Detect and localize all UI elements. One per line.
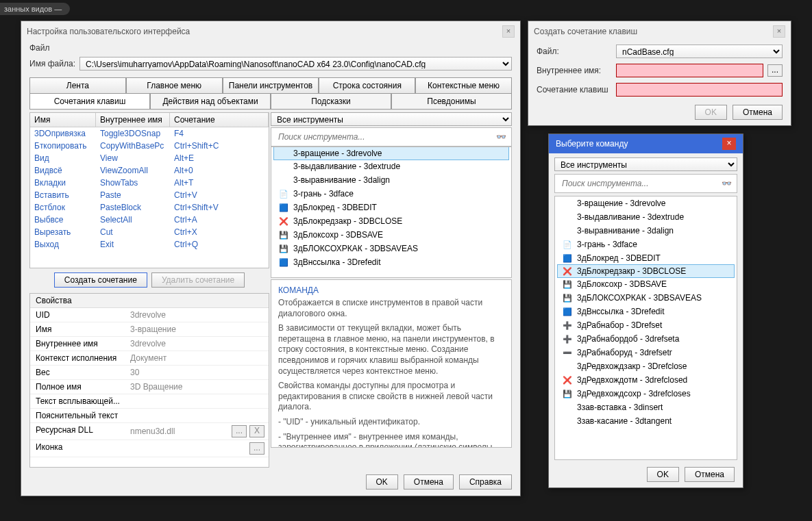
create-shortcut-button[interactable]: Создать сочетание (54, 272, 147, 288)
command-item[interactable]: ➕3дРабнабордоб - 3drefseta (555, 332, 737, 346)
cancel-button[interactable]: Отмена (404, 474, 454, 490)
col-internal[interactable]: Внутреннее имя (96, 113, 170, 127)
clear-button[interactable]: X (249, 425, 264, 437)
command-icon (562, 212, 573, 223)
property-row[interactable]: Вес30 (30, 366, 269, 380)
desc-text: В зависимости от текущей вкладки, может … (278, 323, 504, 377)
command-item[interactable]: 📄3-грань - 3dface (555, 238, 737, 251)
command-item[interactable]: 🟦3дБлокред - 3DBEDIT (555, 251, 737, 265)
command-item[interactable]: 3зав-вставка - 3dinsert (555, 401, 737, 414)
tool-item[interactable]: 🟦3дБлокред - 3DBEDIT (271, 201, 511, 214)
command-item[interactable]: ➖3дРабнаборуд - 3drefsetr (555, 346, 737, 359)
command-icon: ❌ (562, 266, 573, 277)
tab-main[interactable]: Строка состояния (319, 77, 415, 94)
search-icon[interactable]: 👓 (722, 179, 733, 188)
close-icon[interactable]: × (502, 25, 515, 38)
shortcut-row[interactable]: ВстблокPasteBlockCtrl+Shift+V (30, 201, 269, 214)
shortcut-row[interactable]: ВидViewAlt+E (30, 152, 269, 164)
file-select[interactable]: nCadBase.cfg (616, 45, 783, 58)
command-item[interactable]: 🟦3дВнссылка - 3Drefedit (555, 305, 737, 318)
property-row[interactable]: Внутреннее имя3drevolve (30, 337, 269, 351)
command-item[interactable]: 💾3дБлоксохр - 3DBSAVE (555, 277, 737, 291)
internal-name-input[interactable] (616, 64, 763, 77)
search-icon[interactable]: 👓 (496, 132, 507, 142)
command-item[interactable]: 3зав-касание - 3dtangent (555, 414, 737, 428)
property-row[interactable]: Контекст исполненияДокумент (30, 351, 269, 366)
close-icon[interactable]: × (773, 25, 785, 38)
tabs-sub: Сочетания клавишДействия над объектамиПо… (29, 94, 512, 110)
shortcut-row[interactable]: ВкладкиShowTabsAlt+T (30, 177, 269, 189)
tool-item[interactable]: 🟦3дВнссылка - 3Drefedit (271, 255, 511, 269)
tool-list[interactable]: 3-вращение - 3drevolve3-выдавливание - 3… (271, 147, 512, 278)
property-row[interactable]: Ресурсная DLLnmenu3d.dll...X (30, 423, 269, 440)
help-button[interactable]: Справка (459, 474, 512, 490)
cancel-button[interactable]: Отмена (733, 105, 783, 120)
command-search[interactable]: 👓 (554, 174, 737, 193)
shortcut-row[interactable]: 3DОпривязкаToggle3DOSnapF4 (30, 127, 269, 140)
description-panel: КОМАНДА Отображается в списке инструмент… (271, 279, 512, 448)
tab-sub[interactable]: Сочетания клавиш (29, 94, 150, 110)
file-select[interactable]: C:\Users\imuharryamov\AppData\Roaming\Na… (79, 57, 512, 71)
title-text: Выберите команду (556, 139, 628, 149)
tool-search-input[interactable] (275, 130, 492, 144)
tool-item[interactable]: 💾3дБЛОКСОХРКАК - 3DBSAVEAS (271, 242, 511, 255)
select-command-dialog: Выберите команду × Все инструменты 👓 3-в… (548, 134, 743, 488)
tab-main[interactable]: Главное меню (126, 77, 223, 94)
shortcut-row[interactable]: БткопироватьCopyWithBasePcCtrl+Shift+C (30, 140, 269, 152)
tool-search[interactable]: 👓 (271, 127, 512, 147)
command-icon (562, 198, 573, 209)
shortcut-row[interactable]: ВыбвсеSelectAllCtrl+A (30, 214, 269, 226)
shortcut-row[interactable]: ВырезатьCutCtrl+X (30, 226, 269, 238)
command-item[interactable]: ❌3дРедвхождотм - 3drefclosed (555, 373, 737, 387)
command-item[interactable]: 💾3дРедвхождсохр - 3drefcloses (555, 387, 737, 401)
property-row[interactable]: Пояснительный текст (30, 409, 269, 423)
shortcut-row[interactable]: ВидвсёViewZoomAllAlt+0 (30, 164, 269, 177)
tool-icon (278, 175, 289, 186)
shortcut-row[interactable]: ВыходExitCtrl+Q (30, 238, 269, 251)
ok-button: OK (695, 105, 727, 120)
tab-main[interactable]: Контекстные меню (415, 77, 512, 94)
tab-main[interactable]: Панели инструментов (223, 77, 319, 94)
title-text: Создать сочетание клавиш (534, 27, 637, 36)
tool-item[interactable]: 3-вращение - 3drevolve (273, 147, 509, 160)
tool-item[interactable]: 💾3дБлоксохр - 3DBSAVE (271, 228, 511, 242)
command-item[interactable]: 3дРедвхождзакр - 3Drefclose (555, 359, 737, 373)
tab-sub[interactable]: Подсказки (271, 94, 391, 110)
property-row[interactable]: Имя3-вращение (30, 322, 269, 337)
shortcut-row[interactable]: ВставитьPasteCtrl+V (30, 189, 269, 201)
property-row[interactable]: UID3drevolve (30, 308, 269, 322)
property-row[interactable]: Текст всплывающей... (30, 394, 269, 409)
tool-item[interactable]: 3-выдавливание - 3dextrude (271, 160, 511, 173)
command-item[interactable]: ❌3дБлокредзакр - 3DBCLOSE (557, 264, 735, 278)
browse-button[interactable]: ... (767, 64, 783, 77)
shortcut-input[interactable] (616, 83, 783, 97)
browse-button[interactable]: ... (249, 442, 264, 455)
shortcut-list[interactable]: 3DОпривязкаToggle3DOSnapF4БткопироватьCo… (30, 127, 269, 268)
ok-button[interactable]: OK (366, 474, 398, 490)
command-item[interactable]: 💾3дБЛОКСОХРКАК - 3DBSAVEAS (555, 291, 737, 305)
command-item[interactable]: 3-вращение - 3drevolve (555, 196, 737, 210)
command-item[interactable]: 3-выравнивание - 3dalign (555, 224, 737, 238)
tab-sub[interactable]: Псевдонимы (391, 94, 512, 110)
property-row[interactable]: Иконка... (30, 440, 269, 457)
col-name[interactable]: Имя (30, 113, 96, 127)
command-search-input[interactable] (559, 177, 717, 190)
command-item[interactable]: 3-выдавливание - 3dextrude (555, 210, 737, 224)
ok-button[interactable]: OK (647, 467, 679, 482)
cancel-button[interactable]: Отмена (685, 467, 735, 482)
command-item[interactable]: ➕3дРабнабор - 3Drefset (555, 318, 737, 332)
col-shortcut[interactable]: Сочетание (170, 113, 269, 127)
property-row[interactable]: Полное имя3D Вращение (30, 380, 269, 394)
category-select[interactable]: Все инструменты (554, 157, 737, 171)
command-list[interactable]: 3-вращение - 3drevolve3-выдавливание - 3… (554, 196, 737, 460)
tool-item[interactable]: 3-выравнивание - 3dalign (271, 173, 511, 187)
tool-item[interactable]: 📄3-грань - 3dface (271, 187, 511, 201)
menu-file[interactable]: Файл (29, 43, 50, 53)
browse-button[interactable]: ... (232, 425, 247, 437)
close-icon[interactable]: × (722, 138, 736, 150)
tool-category-select[interactable]: Все инструменты (271, 112, 512, 126)
file-label: Файл: (537, 47, 612, 56)
tab-main[interactable]: Лента (29, 77, 126, 94)
tool-item[interactable]: ❌3дБлокредзакр - 3DBCLOSE (271, 214, 511, 228)
tab-sub[interactable]: Действия над объектами (150, 94, 271, 110)
